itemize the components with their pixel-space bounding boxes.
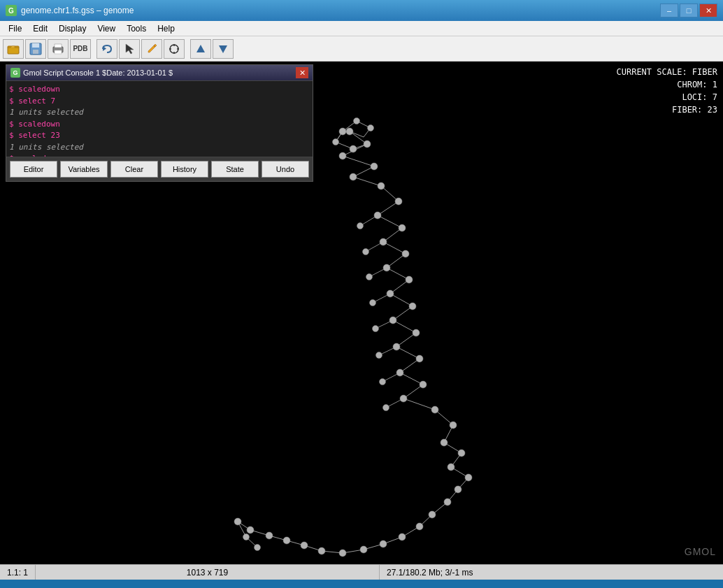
svg-line-37 [383, 242, 406, 254]
svg-point-87 [371, 163, 378, 170]
toolbar-cursor[interactable] [119, 39, 140, 59]
console-title: Gmol Script Console 1 $Date: 2013-01-01 … [23, 69, 296, 77]
svg-point-122 [429, 511, 436, 518]
console-btn-undo[interactable]: Undo [262, 161, 309, 178]
svg-point-135 [255, 545, 261, 551]
svg-point-100 [387, 290, 394, 297]
toolbar-print[interactable] [48, 39, 69, 59]
svg-point-97 [383, 264, 390, 271]
toolbar-pdb[interactable]: PDB [70, 39, 91, 59]
menu-edit[interactable]: Edit [27, 22, 53, 35]
toolbar-open[interactable] [3, 39, 24, 59]
svg-point-92 [357, 223, 364, 229]
console-titlebar: G Gmol Script Console 1 $Date: 2013-01-0… [6, 65, 313, 80]
svg-line-39 [387, 268, 409, 280]
svg-point-115 [450, 422, 457, 429]
svg-point-110 [380, 379, 386, 385]
toolbar: PDB [0, 36, 723, 62]
svg-point-86 [339, 152, 346, 159]
svg-point-127 [339, 550, 346, 557]
svg-point-121 [444, 499, 451, 505]
console-output[interactable]: $ scaledown$ select 71 units selected$ s… [6, 80, 313, 157]
minimize-button[interactable]: – [660, 3, 678, 17]
console-btn-state[interactable]: State [211, 161, 259, 178]
menu-view[interactable]: View [92, 22, 121, 35]
toolbar-pencil[interactable] [141, 39, 162, 59]
console-btn-variables[interactable]: Variables [60, 161, 108, 178]
console-buttons: EditorVariablesClearHistoryStateUndo [6, 157, 313, 181]
menu-bar: File Edit Display View Tools Help [0, 21, 723, 36]
console-btn-editor[interactable]: Editor [10, 161, 57, 178]
loci-label: LOCI: 7 [617, 91, 718, 103]
svg-line-21 [343, 156, 374, 166]
svg-point-84 [333, 139, 339, 145]
svg-point-83 [339, 128, 346, 135]
svg-point-99 [406, 276, 413, 283]
maximize-button[interactable]: □ [680, 3, 698, 17]
chrom-label: CHROM: 1 [617, 78, 718, 91]
svg-line-47 [400, 373, 423, 385]
svg-rect-6 [55, 44, 62, 48]
console-btn-history[interactable]: History [161, 161, 208, 178]
svg-point-125 [380, 540, 387, 547]
svg-point-93 [399, 224, 406, 231]
svg-point-105 [413, 329, 420, 336]
window-title: genome.chr1.fs.gss – genome [21, 6, 660, 15]
console-close-button[interactable]: ✕ [296, 67, 308, 78]
title-bar: G genome.chr1.fs.gss – genome – □ ✕ [0, 0, 723, 21]
svg-marker-9 [126, 44, 134, 54]
window-controls: – □ ✕ [660, 3, 717, 17]
toolbar-save[interactable] [25, 39, 46, 59]
svg-marker-17 [196, 45, 205, 52]
toolbar-down[interactable] [213, 39, 234, 59]
svg-point-116 [441, 439, 448, 446]
scale-label: CURRENT SCALE: FIBER [617, 66, 718, 78]
svg-point-126 [360, 546, 367, 553]
svg-point-101 [370, 300, 376, 306]
svg-point-120 [454, 486, 461, 493]
toolbar-up[interactable] [190, 39, 211, 59]
svg-point-91 [374, 212, 381, 219]
svg-marker-10 [148, 44, 157, 52]
svg-point-111 [420, 381, 427, 388]
toolbar-undo-arrow[interactable] [96, 39, 117, 59]
svg-point-130 [283, 537, 290, 544]
svg-line-35 [378, 215, 402, 228]
svg-marker-18 [219, 45, 227, 53]
svg-point-112 [400, 395, 407, 402]
toolbar-crosshair[interactable] [164, 39, 185, 59]
menu-tools[interactable]: Tools [121, 22, 152, 35]
svg-point-85 [350, 145, 357, 152]
svg-point-104 [373, 326, 379, 332]
svg-point-131 [266, 532, 273, 539]
svg-point-95 [363, 249, 369, 255]
svg-point-117 [458, 450, 465, 457]
svg-point-82 [368, 125, 374, 131]
status-memory: 27.1/180.2 Mb; 3/-1 ms [380, 565, 723, 580]
console-btn-clear[interactable]: Clear [110, 161, 158, 178]
svg-point-81 [354, 118, 360, 124]
svg-point-113 [383, 405, 389, 411]
menu-file[interactable]: File [3, 22, 27, 35]
svg-point-102 [409, 303, 416, 310]
svg-point-79 [346, 128, 353, 135]
info-overlay: CURRENT SCALE: FIBER CHROM: 1 LOCI: 7 FI… [617, 66, 718, 116]
close-button[interactable]: ✕ [699, 3, 717, 17]
main-viewport[interactable]: CURRENT SCALE: FIBER CHROM: 1 LOCI: 7 FI… [0, 62, 723, 564]
svg-point-133 [234, 518, 241, 525]
svg-point-118 [448, 464, 454, 471]
svg-point-96 [402, 250, 409, 257]
menu-display[interactable]: Display [53, 22, 92, 35]
svg-point-98 [366, 274, 373, 280]
script-console-window: G Gmol Script Console 1 $Date: 2013-01-0… [6, 64, 313, 182]
svg-point-103 [389, 317, 396, 324]
menu-help[interactable]: Help [152, 22, 180, 35]
svg-point-94 [380, 238, 387, 245]
svg-point-88 [350, 173, 357, 180]
svg-point-123 [416, 523, 423, 530]
svg-point-114 [431, 406, 438, 413]
svg-point-129 [301, 542, 308, 549]
app-icon: G [6, 5, 17, 16]
svg-point-106 [393, 343, 400, 350]
status-position: 1.1: 1 [0, 565, 36, 580]
